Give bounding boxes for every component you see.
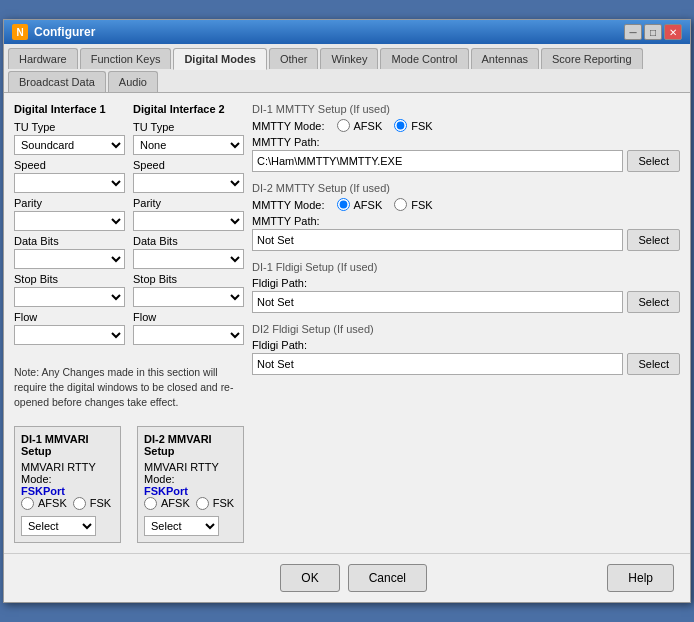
di1-fldigi-select-button[interactable]: Select [627, 291, 680, 313]
di2-mmtty-select-button[interactable]: Select [627, 229, 680, 251]
close-button[interactable]: ✕ [664, 24, 682, 40]
mmvari-section: DI-1 MMVARI Setup MMVARI RTTY Mode: FSKP… [14, 426, 244, 543]
tab-broadcast-data[interactable]: Broadcast Data [8, 71, 106, 92]
di1-fldigi-path-input[interactable] [252, 291, 623, 313]
di2-speed-select[interactable] [133, 173, 244, 193]
tab-antennas[interactable]: Antennas [471, 48, 539, 69]
di1-mmvari-title: DI-1 MMVARI Setup [21, 433, 114, 457]
di1-mmtty-fsk-radio[interactable]: FSK [394, 119, 432, 132]
di1-mmvari-afsk-radio[interactable]: AFSK [21, 497, 67, 510]
di1-speed-select[interactable] [14, 173, 125, 193]
di1-mmtty-select-button[interactable]: Select [627, 150, 680, 172]
di2-mmvari-afsk-label: AFSK [161, 497, 190, 509]
tab-hardware[interactable]: Hardware [8, 48, 78, 69]
di1-mmtty-fsk-label: FSK [411, 120, 432, 132]
di2-mmtty-path-input[interactable] [252, 229, 623, 251]
left-panel: Digital Interface 1 TU Type Soundcard No… [14, 103, 244, 542]
help-button[interactable]: Help [607, 564, 674, 592]
tab-audio[interactable]: Audio [108, 71, 158, 92]
tab-function-keys[interactable]: Function Keys [80, 48, 172, 69]
di2-flow-label: Flow [133, 311, 244, 323]
di2-fldigi-path-input[interactable] [252, 353, 623, 375]
di2-group: Digital Interface 2 TU Type None Soundca… [133, 103, 244, 349]
di1-mmvari-fsk-radio[interactable]: FSK [73, 497, 111, 510]
minimize-button[interactable]: ─ [624, 24, 642, 40]
di2-mmvari-group: DI-2 MMVARI Setup MMVARI RTTY Mode: FSKP… [137, 426, 244, 543]
di1-tu-label: TU Type [14, 121, 125, 133]
tab-bar: Hardware Function Keys Digital Modes Oth… [4, 44, 690, 93]
di1-fldigi-path-label: Fldigi Path: [252, 277, 680, 289]
di1-parity-select[interactable] [14, 211, 125, 231]
di1-mmvari-group: DI-1 MMVARI Setup MMVARI RTTY Mode: FSKP… [14, 426, 121, 543]
di1-mmtty-section: DI-1 MMTTY Setup (If used) MMTTY Mode: A… [252, 103, 680, 172]
di1-mmvari-fsk-label: FSK [90, 497, 111, 509]
di1-mmvari-port-select[interactable]: Select [21, 516, 96, 536]
di2-data-bits-select[interactable] [133, 249, 244, 269]
di2-fldigi-select-button[interactable]: Select [627, 353, 680, 375]
di2-mmvari-afsk-radio[interactable]: AFSK [144, 497, 190, 510]
di2-tu-label: TU Type [133, 121, 244, 133]
right-panel: DI-1 MMTTY Setup (If used) MMTTY Mode: A… [252, 103, 680, 542]
di2-mmtty-mode-label: MMTTY Mode: [252, 199, 325, 211]
di2-mmtty-afsk-input[interactable] [337, 198, 350, 211]
di2-parity-select[interactable] [133, 211, 244, 231]
di2-parity-label: Parity [133, 197, 244, 209]
di1-mmtty-afsk-input[interactable] [337, 119, 350, 132]
di2-mmvari-port-select[interactable]: Select [144, 516, 219, 536]
di2-mmtty-path-label: MMTTY Path: [252, 215, 680, 227]
di2-mmvari-title: DI-2 MMVARI Setup [144, 433, 237, 457]
tab-digital-modes[interactable]: Digital Modes [173, 48, 267, 70]
di1-fldigi-title: DI-1 Fldigi Setup (If used) [252, 261, 680, 273]
di1-mmtty-mode-label: MMTTY Mode: [252, 120, 325, 132]
di1-mmtty-path-input[interactable] [252, 150, 623, 172]
di2-mmvari-afsk-input[interactable] [144, 497, 157, 510]
window-title: Configurer [34, 25, 95, 39]
tab-score-reporting[interactable]: Score Reporting [541, 48, 643, 69]
di1-title: Digital Interface 1 [14, 103, 125, 115]
di1-mmvari-fskport-label: FSKPort [21, 485, 114, 497]
di1-mmtty-afsk-label: AFSK [354, 120, 383, 132]
di1-mmtty-title: DI-1 MMTTY Setup (If used) [252, 103, 680, 115]
di2-mmvari-fsk-radio[interactable]: FSK [196, 497, 234, 510]
di1-mmvari-mode-label: MMVARI RTTY Mode: [21, 461, 114, 485]
di1-mmtty-fsk-input[interactable] [394, 119, 407, 132]
di2-stop-bits-select[interactable] [133, 287, 244, 307]
di2-mmtty-fsk-label: FSK [411, 199, 432, 211]
di1-mmvari-afsk-input[interactable] [21, 497, 34, 510]
di2-mmtty-section: DI-2 MMTTY Setup (If used) MMTTY Mode: A… [252, 182, 680, 251]
di1-fldigi-section: DI-1 Fldigi Setup (If used) Fldigi Path:… [252, 261, 680, 313]
di2-speed-label: Speed [133, 159, 244, 171]
di1-mmtty-afsk-radio[interactable]: AFSK [337, 119, 383, 132]
di1-group: Digital Interface 1 TU Type Soundcard No… [14, 103, 125, 349]
di1-speed-label: Speed [14, 159, 125, 171]
bottom-bar: OK Cancel Help [4, 553, 690, 602]
di1-tu-select[interactable]: Soundcard None [14, 135, 125, 155]
di2-flow-select[interactable] [133, 325, 244, 345]
ok-button[interactable]: OK [280, 564, 339, 592]
di2-mmtty-afsk-radio[interactable]: AFSK [337, 198, 383, 211]
tab-winkey[interactable]: Winkey [320, 48, 378, 69]
di1-data-bits-select[interactable] [14, 249, 125, 269]
di2-mmtty-title: DI-2 MMTTY Setup (If used) [252, 182, 680, 194]
di1-stop-bits-label: Stop Bits [14, 273, 125, 285]
di1-flow-label: Flow [14, 311, 125, 323]
di2-stop-bits-label: Stop Bits [133, 273, 244, 285]
maximize-button[interactable]: □ [644, 24, 662, 40]
di2-mmvari-fsk-input[interactable] [196, 497, 209, 510]
di2-mmvari-fsk-label: FSK [213, 497, 234, 509]
di2-mmvari-mode-label: MMVARI RTTY Mode: [144, 461, 237, 485]
di1-mmvari-fsk-input[interactable] [73, 497, 86, 510]
di1-mmvari-afsk-label: AFSK [38, 497, 67, 509]
tab-other[interactable]: Other [269, 48, 319, 69]
di2-mmtty-fsk-radio[interactable]: FSK [394, 198, 432, 211]
di1-flow-select[interactable] [14, 325, 125, 345]
di2-mmtty-fsk-input[interactable] [394, 198, 407, 211]
di2-data-bits-label: Data Bits [133, 235, 244, 247]
tab-mode-control[interactable]: Mode Control [380, 48, 468, 69]
di2-title: Digital Interface 2 [133, 103, 244, 115]
di2-tu-select[interactable]: None Soundcard [133, 135, 244, 155]
di2-fldigi-path-label: Fldigi Path: [252, 339, 680, 351]
di1-stop-bits-select[interactable] [14, 287, 125, 307]
di2-fldigi-section: DI2 Fldigi Setup (If used) Fldigi Path: … [252, 323, 680, 375]
cancel-button[interactable]: Cancel [348, 564, 427, 592]
